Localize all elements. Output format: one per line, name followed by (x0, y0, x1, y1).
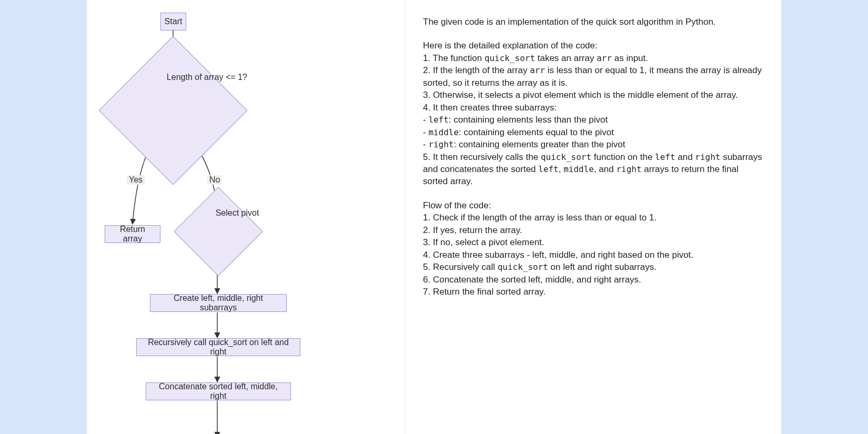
flow-step: 7. Return the final sorted array. (423, 286, 763, 298)
edge-no-label: No (207, 175, 222, 185)
detail-line: 4. It then creates three subarrays: (423, 102, 763, 114)
node-create-subarrays-label: Create left, middle, right subarrays (158, 294, 279, 312)
flow-step: 4. Create three subarrays - left, middle… (423, 249, 763, 261)
edge-yes-label: Yes (127, 175, 145, 185)
detail-line: - middle: containing elements equal to t… (423, 126, 763, 138)
detail-line: 2. If the length of the array arr is les… (423, 64, 763, 89)
explanation-intro: The given code is an implementation of t… (423, 16, 763, 28)
flow-step: 5. Recursively call quick_sort on left a… (423, 261, 763, 273)
node-return-array-label: Return array (113, 225, 153, 244)
explanation-flow: Flow of the code: 1. Check if the length… (423, 199, 763, 298)
detail-line: - right: containing elements greater tha… (423, 138, 763, 150)
flowchart-panel: Start Length of array <= 1? Yes No Retur… (87, 0, 405, 434)
node-start-label: Start (165, 17, 183, 26)
node-check-label: Length of array <= 1? (154, 73, 259, 82)
flow-step: 6. Concatenate the sorted left, middle, … (423, 274, 763, 286)
flow-step: 3. If no, select a pivot element. (423, 236, 763, 248)
detail-line: 1. The function quick_sort takes an arra… (423, 52, 763, 64)
node-concat-label: Concatenate sorted left, middle, right (154, 382, 283, 401)
node-select-pivot: Select pivot (187, 200, 250, 263)
flow-step: 1. Check if the length of the array is l… (423, 211, 763, 224)
node-return-array: Return array (105, 225, 160, 243)
node-check: Length of array <= 1? (120, 58, 226, 163)
explanation-details: Here is the detailed explanation of the … (423, 39, 763, 187)
node-select-pivot-label: Select pivot (206, 208, 269, 218)
detail-line: 5. It then recursively calls the quick_s… (423, 151, 763, 188)
detail-line: - left: containing elements less than th… (423, 114, 763, 126)
node-create-subarrays: Create left, middle, right subarrays (150, 294, 287, 312)
flow-step: 2. If yes, return the array. (423, 224, 763, 236)
node-concat: Concatenate sorted left, middle, right (146, 382, 291, 400)
flow-heading: Flow of the code: (423, 199, 763, 211)
detail-line: 3. Otherwise, it selects a pivot element… (423, 89, 763, 101)
node-recurse: Recursively call quick_sort on left and … (136, 338, 300, 356)
detail-heading: Here is the detailed explanation of the … (423, 39, 763, 52)
node-start: Start (160, 13, 186, 31)
explanation-panel: The given code is an implementation of t… (405, 0, 781, 434)
node-recurse-label: Recursively call quick_sort on left and … (144, 338, 292, 357)
